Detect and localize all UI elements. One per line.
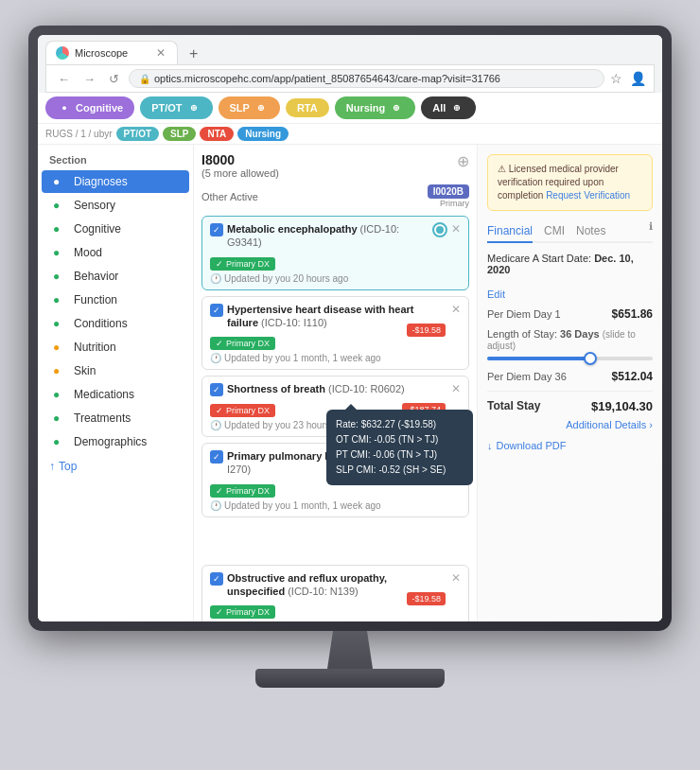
reload-button[interactable]: ↺: [105, 70, 123, 88]
sidebar-item-behavior[interactable]: ● Behavior: [42, 265, 189, 288]
dx-close-3[interactable]: ✕: [451, 382, 461, 395]
sidebar-label-behavior: Behavior: [74, 270, 118, 283]
nav-pill-rta[interactable]: RTA: [286, 98, 329, 117]
mini-pill-nursing[interactable]: Nursing: [237, 127, 289, 141]
sidebar-item-medications[interactable]: ● Medications: [42, 383, 189, 406]
tab-close-button[interactable]: ✕: [156, 46, 166, 60]
dx-checkbox-1[interactable]: [210, 223, 223, 236]
per-diem-day36-row: Per Diem Day 36 $512.04: [487, 370, 653, 383]
request-verification-link[interactable]: Request Verification: [546, 190, 630, 201]
edit-link[interactable]: Edit: [487, 289, 505, 300]
nav-pill-slp-label: SLP: [230, 102, 250, 114]
nav-pill-cognitive-label: Cognitive: [76, 102, 123, 114]
tab-financial[interactable]: Financial: [487, 220, 533, 243]
icd-badge: I0020B: [428, 184, 469, 199]
sidebar-item-treatments[interactable]: ● Treatments: [42, 407, 189, 429]
dx-checkbox-4[interactable]: [210, 450, 223, 464]
cost-badge-5: -$19.58: [407, 592, 446, 605]
cognitive-icon: ●: [57, 100, 72, 115]
app-content: ● Cognitive PT/OT ⊕ SLP ⊕ RTA: [38, 93, 662, 621]
tab-cmi[interactable]: CMI: [544, 220, 565, 241]
profile-icon[interactable]: 👤: [630, 71, 646, 86]
sidebar-item-skin[interactable]: ● Skin: [42, 359, 189, 382]
top-link[interactable]: ↑ Top: [38, 454, 193, 479]
forward-button[interactable]: →: [79, 70, 99, 88]
tooltip-ot: OT CMI: -0.05 (TN > TJ): [336, 432, 464, 447]
dx-radio-1[interactable]: [432, 222, 447, 237]
divider: [487, 391, 653, 392]
diagnoses-subtitle: (5 more allowed): [201, 167, 279, 179]
mini-pill-slp[interactable]: SLP: [163, 127, 196, 141]
tab-notes[interactable]: Notes: [576, 220, 605, 241]
favicon-icon: [56, 46, 69, 60]
sidebar-item-demographics[interactable]: ● Demographics: [42, 430, 189, 453]
medicare-date-label: Medicare A Start Date: Dec. 10, 2020: [487, 253, 653, 275]
sidebar-label-diagnoses: Diagnoses: [74, 175, 128, 188]
sidebar-item-mood[interactable]: ● Mood: [42, 241, 189, 264]
dx-card-1-header: Metabolic encephalopathy (ICD-10: G9341)…: [210, 222, 461, 250]
dx-icd-5: (ICD-10: N139): [288, 586, 359, 597]
new-tab-button[interactable]: +: [184, 44, 203, 64]
nav-pill-nursing[interactable]: Nursing ⊕: [335, 96, 416, 119]
dx-close-1[interactable]: ✕: [451, 222, 461, 236]
back-button[interactable]: ←: [54, 70, 74, 88]
clock-icon-3: 🕐: [210, 420, 221, 430]
mini-pill-ptot[interactable]: PT/OT: [116, 127, 159, 141]
diagnoses-header: I8000 (5 more allowed) ⊕: [201, 152, 469, 179]
diagnoses-meta: Other Active I0020B Primary: [201, 184, 469, 208]
slider-track: [487, 357, 653, 360]
dx-checkbox-3[interactable]: [210, 383, 223, 396]
function-icon: ●: [53, 293, 68, 306]
address-bar[interactable]: 🔒 optics.microscopehc.com/app/patient_85…: [129, 69, 604, 88]
medicare-date-row: Medicare A Start Date: Dec. 10, 2020: [487, 253, 653, 277]
clock-icon-1: 🕐: [210, 273, 221, 284]
sidebar-section-label: Section: [38, 150, 193, 169]
sidebar-label-conditions: Conditions: [74, 317, 128, 330]
per-diem-day36-label: Per Diem Day 36: [487, 371, 567, 382]
treatments-icon: ●: [53, 411, 68, 425]
clock-icon-2: 🕐: [210, 353, 221, 363]
nav-pill-ptot[interactable]: PT/OT ⊕: [140, 96, 212, 119]
browser-tab-active[interactable]: Microscope ✕: [45, 41, 178, 64]
mini-pill-nta[interactable]: NTA: [200, 127, 234, 141]
sidebar-item-nutrition[interactable]: ● Nutrition: [42, 336, 189, 359]
bookmark-icon[interactable]: ☆: [610, 71, 622, 86]
cost-badge-2: -$19.58: [407, 324, 446, 337]
dx-card-2: Hypertensive heart disease with heart fa…: [201, 296, 469, 371]
nav-pill-slp[interactable]: SLP ⊕: [219, 96, 280, 119]
download-icon: ↓: [487, 440, 493, 451]
browser-chrome: Microscope ✕ + ← → ↺ 🔒 optics.microscope…: [38, 35, 662, 93]
download-pdf-link[interactable]: ↓ Download PDF: [487, 440, 653, 451]
screen: Microscope ✕ + ← → ↺ 🔒 optics.microscope…: [38, 35, 662, 621]
los-slider[interactable]: [487, 357, 653, 360]
per-diem-day1-row: Per Diem Day 1 $651.86: [487, 307, 653, 321]
sidebar-label-sensory: Sensory: [74, 199, 115, 212]
dx-close-5[interactable]: ✕: [451, 571, 461, 585]
sidebar-label-medications: Medications: [74, 388, 134, 401]
sidebar-label-nutrition: Nutrition: [74, 341, 116, 354]
cognitive-sidebar-icon: ●: [53, 222, 68, 236]
nav-pill-all[interactable]: All ⊕: [421, 96, 476, 119]
diagnoses-title: I8000: [201, 152, 279, 167]
diagnoses-expand-icon[interactable]: ⊕: [457, 152, 469, 170]
dx-checkbox-5[interactable]: [210, 572, 223, 586]
warning-icon: ⚠: [498, 164, 506, 174]
primary-label: Primary: [428, 199, 469, 208]
sidebar-item-conditions[interactable]: ● Conditions: [42, 312, 189, 335]
dx-close-2[interactable]: ✕: [451, 303, 461, 316]
slider-thumb[interactable]: [584, 352, 597, 365]
nav-pill-nursing-label: Nursing: [346, 102, 386, 114]
additional-details-link[interactable]: Additional Details ›: [487, 419, 653, 430]
total-stay-value: $19,104.30: [591, 399, 653, 413]
top-arrow-icon: ↑: [49, 460, 55, 473]
sidebar-item-diagnoses[interactable]: ● Diagnoses: [42, 170, 189, 193]
monitor-bezel: Microscope ✕ + ← → ↺ 🔒 optics.microscope…: [28, 26, 672, 631]
sidebar-item-cognitive[interactable]: ● Cognitive: [42, 218, 189, 240]
sidebar-item-sensory[interactable]: ● Sensory: [42, 194, 189, 217]
sidebar-label-treatments: Treatments: [74, 411, 131, 425]
dx-name-3: Shortness of breath (ICD-10: R0602): [227, 382, 447, 395]
nav-pill-cognitive[interactable]: ● Cognitive: [45, 96, 134, 119]
dx-checkbox-2[interactable]: [210, 304, 223, 317]
sidebar-item-function[interactable]: ● Function: [42, 289, 189, 311]
info-icon[interactable]: ℹ: [649, 220, 653, 241]
